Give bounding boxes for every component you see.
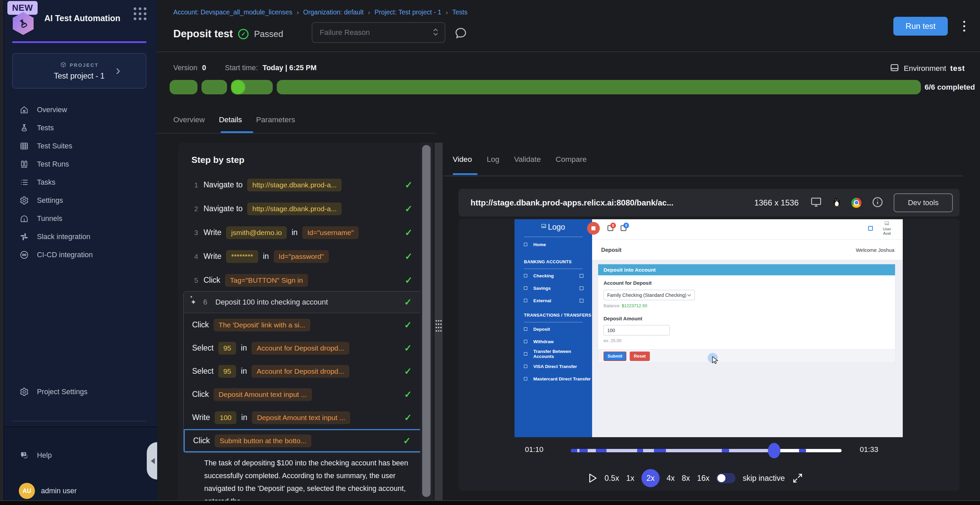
sidebar-item-label: Help xyxy=(37,451,52,460)
square-bullet-icon xyxy=(524,286,527,290)
check-icon: ✓ xyxy=(405,275,412,286)
breadcrumb-link[interactable]: Organization: default xyxy=(303,8,364,16)
step-row[interactable]: 3Writejsmith@demo.ioinId="username"✓ xyxy=(178,221,433,245)
check-icon: ✓ xyxy=(404,343,412,354)
devtools-button[interactable]: Dev tools xyxy=(894,194,953,212)
value-chip[interactable]: 100 xyxy=(215,411,236,424)
selector-chip[interactable]: Deposit Amount text input ... xyxy=(213,388,312,401)
sidebar-item-ci-cd-integration[interactable]: CI-CD integration xyxy=(4,246,158,264)
tab-compare[interactable]: Compare xyxy=(555,155,587,164)
tab-overview[interactable]: Overview xyxy=(173,116,205,124)
step-row[interactable]: 4Write********inId="password"✓ xyxy=(178,245,433,268)
speed-1x[interactable]: 1x xyxy=(626,474,634,483)
panel-splitter[interactable] xyxy=(434,143,443,500)
sidebar-item-tunnels[interactable]: Tunnels xyxy=(4,210,158,228)
selector-chip[interactable]: Deposit Amount text input ... xyxy=(252,411,350,424)
speed-16x[interactable]: 16x xyxy=(697,474,709,483)
bank-welcome-text: Welcome Joshua xyxy=(856,247,894,253)
media-tabs-divider xyxy=(444,176,963,176)
breadcrumb-separator: › xyxy=(368,9,370,16)
progress-glow xyxy=(231,80,245,94)
user-name[interactable]: admin user xyxy=(41,487,76,495)
skip-inactive-toggle[interactable] xyxy=(716,473,735,483)
value-chip[interactable]: jsmith@demo.io xyxy=(226,226,287,239)
kebab-menu-icon[interactable] xyxy=(963,21,965,32)
tab-details[interactable]: Details xyxy=(219,116,242,124)
project-label: PROJECT xyxy=(70,62,99,68)
sub-step-row[interactable]: ClickThe 'Deposit' link with a si...✓ xyxy=(184,313,426,337)
sidebar-item-tests[interactable]: Tests xyxy=(4,119,158,137)
status-badge: Passed xyxy=(254,29,283,39)
steps-scrollbar-thumb[interactable] xyxy=(422,145,431,497)
sidebar-item-label: Project Settings xyxy=(37,388,88,396)
sidebar-item-test-runs[interactable]: Test Runs xyxy=(4,155,158,173)
sidebar-item-label: CI-CD integration xyxy=(37,251,93,259)
selector-chip[interactable]: Tag="BUTTON" Sign in xyxy=(225,274,308,287)
sub-step-row[interactable]: Write100inDeposit Amount text input ...✓ xyxy=(184,406,426,429)
step-row[interactable]: 5ClickTag="BUTTON" Sign in✓ xyxy=(178,268,433,292)
sidebar-item-slack-integration[interactable]: Slack integration xyxy=(4,228,158,246)
speed-4x[interactable]: 4x xyxy=(667,474,675,483)
breadcrumb-link[interactable]: Tests xyxy=(452,8,468,16)
tab-log[interactable]: Log xyxy=(487,155,500,164)
user-avatar[interactable]: AU xyxy=(19,483,35,499)
selector-chip[interactable]: Account for Deposit dropd... xyxy=(251,365,349,378)
sub-step-row[interactable]: ClickDeposit Amount text input ...✓ xyxy=(184,383,426,406)
video-timeline-track[interactable] xyxy=(571,449,842,452)
info-icon[interactable] xyxy=(872,196,884,210)
square-bullet-icon xyxy=(524,243,527,246)
fullscreen-icon[interactable] xyxy=(792,472,803,484)
steps-heading: Step by step xyxy=(191,155,245,165)
breadcrumb-separator: › xyxy=(445,9,448,16)
selector-chip[interactable]: Account for Deposit dropd... xyxy=(251,342,349,354)
passed-check-icon: ✓ xyxy=(238,29,248,39)
sidebar-item-tasks[interactable]: Tasks xyxy=(4,173,158,191)
sidebar-item-settings[interactable]: Settings xyxy=(4,191,158,210)
selector-chip[interactable]: Submit button at the botto... xyxy=(215,435,311,447)
value-chip[interactable]: ******** xyxy=(226,250,258,263)
speed-8x[interactable]: 8x xyxy=(682,474,690,483)
tab-validate[interactable]: Validate xyxy=(514,155,541,164)
value-chip[interactable]: 95 xyxy=(218,342,236,354)
value-chip[interactable]: http://stage.dbank.prod-a... xyxy=(247,202,342,215)
failure-reason-select[interactable]: Failure Reason xyxy=(312,22,445,43)
bank-nav-label: Savings xyxy=(533,286,551,291)
step-action-text: Select xyxy=(192,367,213,376)
project-switcher[interactable]: PROJECT Test project - 1 › xyxy=(12,53,146,89)
selector-chip[interactable]: Id="username" xyxy=(302,226,359,239)
sidebar-item-test-suites[interactable]: Test Suites xyxy=(4,137,158,155)
sidebar-item-overview[interactable]: Overview xyxy=(4,101,158,119)
sub-step-row-selected[interactable]: ClickSubmit button at the botto...✓ xyxy=(184,429,426,452)
square-bullet-icon xyxy=(524,299,527,302)
timeline-thumb[interactable] xyxy=(768,443,781,458)
sub-step-row[interactable]: Select95inAccount for Deposit dropd...✓ xyxy=(184,360,426,383)
comment-bubble-icon[interactable] xyxy=(454,26,468,41)
bank-nav-label: Transfer Between Accounts xyxy=(533,349,592,359)
sub-step-row[interactable]: Select95inAccount for Deposit dropd...✓ xyxy=(184,337,426,360)
step-row[interactable]: 2Navigate tohttp://stage.dbank.prod-a...… xyxy=(178,197,433,221)
sidebar-item-help[interactable]: Help xyxy=(4,446,158,464)
tab-parameters[interactable]: Parameters xyxy=(256,116,295,124)
speed-0-5x[interactable]: 0.5x xyxy=(605,474,619,483)
apps-grid-icon[interactable] xyxy=(134,7,146,20)
step-action-text: Navigate to xyxy=(204,180,242,189)
browser-bar: http://stage.dbank.prod-apps.relicx.ai:8… xyxy=(458,189,959,217)
selector-chip[interactable]: The 'Deposit' link with a si... xyxy=(213,319,310,332)
bank-nav-mastercard-direct-transfer: Mastercard Direct Transfer xyxy=(514,374,592,384)
step-row[interactable]: 1Navigate tohttp://stage.dbank.prod-a...… xyxy=(178,173,433,197)
sidebar-item-label: Tests xyxy=(37,124,54,132)
run-test-button[interactable]: Run test xyxy=(893,17,948,36)
tab-video[interactable]: Video xyxy=(453,155,472,164)
speed-2x[interactable]: 2x xyxy=(641,469,660,487)
step-action-text: Select xyxy=(192,343,213,353)
breadcrumb-link[interactable]: Project: Test project - 1 xyxy=(374,8,441,16)
selector-chip[interactable]: Id="password" xyxy=(274,250,329,263)
sidebar-item-project-settings[interactable]: Project Settings xyxy=(4,383,158,401)
breadcrumb-link[interactable]: Account: Devspace_all_module_licenses xyxy=(173,8,292,16)
step-action-text: Click xyxy=(192,320,209,329)
value-chip[interactable]: http://stage.dbank.prod-a... xyxy=(247,179,342,191)
play-icon[interactable] xyxy=(588,473,597,483)
group-step-header[interactable]: ✦✦ 6 Deposit 100 into checking account ✓ xyxy=(184,292,426,313)
value-chip[interactable]: 95 xyxy=(218,365,236,378)
sidebar-collapse-handle[interactable] xyxy=(147,442,157,480)
